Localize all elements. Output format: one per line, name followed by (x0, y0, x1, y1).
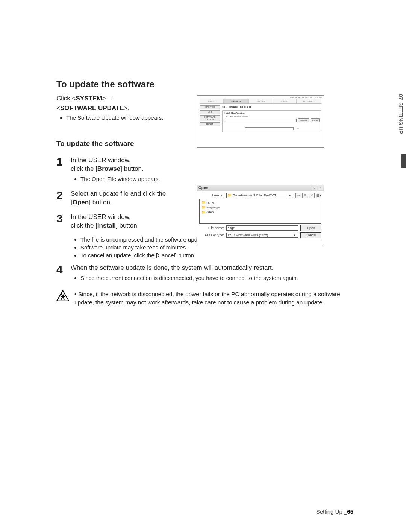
intro-bullet: The Software Update window appears. (66, 114, 184, 121)
file-list[interactable]: 📁frame 📁language 📁video (199, 199, 321, 224)
lookin-dropdown[interactable]: 📁 SmartViewer 2.0 for ProDVR ▾ (226, 193, 293, 198)
folder-icon: 📁 (201, 205, 206, 210)
install-panel: Install New Version Current Version : V1… (222, 110, 321, 132)
filename-input[interactable]: *.tgz (226, 225, 298, 231)
filetype-label: Files of type: (202, 233, 224, 237)
side-btn-log[interactable]: LOG (200, 110, 220, 114)
install-button[interactable]: Install (311, 118, 320, 122)
dialog-titlebar: Open ? × (197, 185, 324, 191)
side-btn-reset[interactable]: RESET (200, 122, 220, 126)
chapter-number: 07 (398, 94, 404, 100)
view-menu-icon[interactable]: ▦▾ (316, 193, 321, 198)
open-file-dialog: Open ? × Look in: 📁 SmartViewer 2.0 for … (197, 185, 324, 245)
new-folder-icon[interactable]: ✳ (309, 193, 315, 198)
step-number: 3 (56, 213, 67, 230)
step-text: In the USER window, click the [Browse] b… (71, 156, 160, 173)
caution-block: • Since, if the network is disconnected,… (56, 290, 350, 307)
lookin-value: SmartViewer 2.0 for ProDVR (233, 193, 286, 197)
step-text: In the USER window, click the [Install] … (71, 213, 139, 230)
step-text: When the software update is done, the sy… (71, 264, 298, 272)
dropdown-arrow-icon: ▾ (288, 193, 292, 197)
warning-icon (56, 290, 69, 303)
cancel-button[interactable]: Cancel (300, 232, 321, 238)
up-one-level-icon[interactable]: ⇧ (302, 193, 308, 198)
section-title: To update the software (56, 79, 383, 90)
current-version: Current Version : V1.00 (226, 115, 320, 117)
side-btn-datetime[interactable]: DATE/TIME (200, 105, 220, 109)
tab-system[interactable]: SYSTEM (224, 99, 248, 103)
dialog-caption: Open (198, 186, 312, 190)
tab-basic[interactable]: BASIC (200, 99, 224, 103)
caution-text: • Since, if the network is disconnected,… (74, 290, 350, 307)
filetype-dropdown[interactable]: DVR Firmware Files (*.tgz) ▾ (226, 233, 298, 238)
lookin-label: Look in: (202, 193, 224, 197)
software-update-window: LIVE SEARCH SETUP LOGOUT BASIC SYSTEM DI… (197, 95, 324, 148)
install-label: Install New Version (224, 112, 320, 114)
thumb-index-marker (401, 154, 406, 168)
chapter-label: SETTING UP (398, 102, 404, 134)
intro-line-1: Click <SYSTEM> → (56, 95, 184, 102)
filename-label: File name: (202, 226, 224, 230)
folder-icon: 📁 (201, 200, 206, 205)
folder-icon: 📁 (227, 193, 232, 197)
main-tabs: BASIC SYSTEM DISPLAY EVENT NETWORK (200, 99, 321, 104)
progress-percent: 0% (296, 128, 299, 130)
side-menu: DATE/TIME LOG SOFTWARE UPDATE RESET (200, 105, 220, 132)
folder-icon: 📁 (201, 210, 206, 215)
tab-event[interactable]: EVENT (273, 99, 297, 103)
open-button[interactable]: Open (300, 225, 321, 231)
side-btn-swupdate[interactable]: SOFTWARE UPDATE (200, 115, 220, 121)
panel-title: SOFTWARE UPDATE (222, 105, 321, 109)
intro-line-2: <SOFTWARE UPDATE>. (56, 105, 184, 112)
folder-item[interactable]: 📁video (201, 210, 320, 215)
back-icon[interactable]: ⇦ (295, 193, 301, 198)
folder-item[interactable]: 📁language (201, 205, 320, 210)
tab-network[interactable]: NETWORK (297, 99, 321, 103)
page-footer: Setting Up _65 (316, 508, 353, 515)
browse-button[interactable]: Browse (298, 118, 309, 122)
top-nav-links: LIVE SEARCH SETUP LOGOUT (197, 96, 324, 99)
step-number: 2 (56, 190, 67, 207)
close-button[interactable]: × (318, 186, 323, 190)
step-number: 4 (56, 264, 67, 283)
folder-item[interactable]: 📁frame (201, 200, 320, 205)
help-button[interactable]: ? (312, 186, 317, 190)
progress-bar (245, 127, 294, 130)
update-file-input[interactable] (224, 119, 297, 122)
tab-display[interactable]: DISPLAY (248, 99, 273, 103)
step-number: 1 (56, 156, 67, 184)
dropdown-arrow-icon: ▾ (292, 233, 297, 238)
step-text: Select an update file and click the [Ope… (71, 190, 166, 207)
